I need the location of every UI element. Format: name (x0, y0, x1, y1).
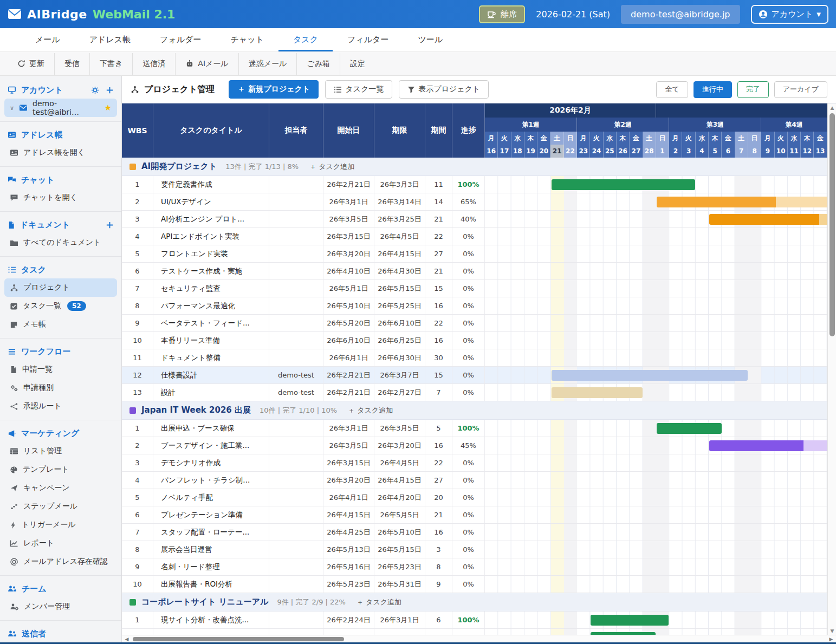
plus-icon[interactable] (106, 86, 114, 94)
toolbar-item-refresh[interactable]: 更新 (8, 52, 54, 75)
gear-icon[interactable] (91, 86, 99, 94)
filter-in-progress[interactable]: 進行中 (694, 81, 732, 98)
show-projects-filter-button[interactable]: 表示プロジェクト (399, 80, 489, 99)
scroll-left-arrow[interactable]: ◀ (123, 635, 131, 643)
toolbar-item-trash[interactable]: ごみ箱 (297, 52, 340, 75)
sidebar-item-campaigns[interactable]: キャンペーン (4, 479, 117, 497)
task-duration: 22 (425, 454, 452, 471)
task-row[interactable]: 7スタッフ配置・ローテー...26年4月25日26年5月10日160% (122, 524, 827, 541)
horizontal-scrollbar[interactable]: ◀ ▶ (122, 635, 836, 642)
tab-tools[interactable]: ツール (403, 28, 457, 51)
task-row[interactable]: 2UI/UXデザイン26年3月1日26年3月14日1465% (122, 193, 827, 211)
gantt-bar-green[interactable] (657, 423, 722, 434)
sidebar-item-request-list[interactable]: 申請一覧 (4, 360, 117, 379)
task-row[interactable]: 10出展報告書・ROI分析26年5月23日26年5月31日90% (122, 576, 827, 593)
sidebar-item-trigger-mail[interactable]: トリガーメール (4, 516, 117, 534)
task-row[interactable]: 2ブースデザイン・施工業...26年3月5日26年3月20日1645% (122, 437, 827, 454)
sidebar-item-task-list[interactable]: タスク一覧52 (4, 297, 117, 315)
sidebar-item-list-management[interactable]: リスト管理 (4, 442, 117, 460)
plus-icon[interactable] (106, 221, 114, 229)
gantt-bar-periwinkle[interactable] (552, 370, 748, 381)
filter-all[interactable]: 全て (656, 81, 688, 98)
task-row[interactable]: 6テストケース作成・実施26年4月10日26年4月30日210% (122, 263, 827, 280)
weekend-column-stripe (748, 228, 761, 245)
horizontal-scrollbar-thumb[interactable] (133, 637, 344, 641)
vertical-scrollbar[interactable]: ▲ ▼ (827, 103, 836, 635)
task-row[interactable]: 3デモシナリオ作成26年3月15日26年4月5日220% (122, 454, 827, 472)
gantt-bar-green[interactable] (591, 615, 669, 626)
sidebar-item-all-documents[interactable]: すべてのドキュメント (4, 233, 117, 252)
task-row[interactable]: 9名刺・リード整理26年5月16日26年5月23日80% (122, 558, 827, 576)
task-row[interactable]: 7セキュリティ監査26年5月1日26年5月15日150% (122, 280, 827, 297)
task-row[interactable]: 13設計demo-test26年2月21日26年2月27日70% (122, 384, 827, 401)
tab-mail[interactable]: メール (21, 28, 75, 51)
task-row[interactable]: 4APIエンドポイント実装26年3月15日26年4月5日220% (122, 228, 827, 245)
toolbar-item-ai-mail[interactable]: AIメール (176, 52, 238, 75)
sidebar-item-notes[interactable]: メモ帳 (4, 315, 117, 334)
star-icon[interactable]: ★ (105, 103, 112, 113)
task-row[interactable]: 5ノベルティ手配26年4月1日26年4月20日200% (122, 489, 827, 506)
task-row[interactable]: 4パンフレット・チラシ制...26年3月20日26年4月15日270% (122, 472, 827, 489)
new-project-button[interactable]: ＋ 新規プロジェクト (229, 80, 319, 99)
sidebar-item-approval-routes[interactable]: 承認ルート (4, 397, 117, 415)
gantt-bar-purple[interactable] (709, 440, 827, 451)
task-row[interactable]: 3AI分析エンジン プロト...26年3月5日26年3月25日2140% (122, 211, 827, 228)
sidebar-item-member-management[interactable]: メンバー管理 (4, 597, 117, 616)
filter-done[interactable]: 完了 (737, 81, 769, 98)
sidebar-item-open-chat[interactable]: チャットを開く (4, 188, 117, 207)
task-row[interactable]: 6プレゼンテーション準備26年4月15日26年5月5日210% (122, 506, 827, 524)
toolbar-item-spam[interactable]: 迷惑メール (239, 52, 297, 75)
sidebar-item-email-verification[interactable]: メールアドレス存在確認 (4, 552, 117, 571)
task-row[interactable]: 1現サイト分析・改善点洗...26年2月24日26年3月1日6100% (122, 612, 827, 629)
task-row[interactable]: 12仕様書設計demo-test26年2月21日26年3月7日150% (122, 367, 827, 384)
task-start-date: 26年2月21日 (323, 367, 374, 383)
task-row[interactable]: 11ドキュメント整備26年6月1日26年6月30日300% (122, 349, 827, 367)
tab-task[interactable]: タスク (278, 28, 333, 51)
chevron-down-icon[interactable]: ∨ (10, 105, 14, 112)
tab-folder[interactable]: フォルダー (145, 28, 216, 51)
task-row[interactable]: 1要件定義書作成26年2月21日26年3月3日11100% (122, 176, 827, 193)
weekend-column-stripe (748, 176, 761, 193)
sidebar-item-templates[interactable]: テンプレート (4, 460, 117, 479)
scroll-down-arrow[interactable]: ▼ (828, 627, 836, 635)
task-row[interactable]: 1出展申込・ブース確保26年3月1日26年3月5日5100% (122, 420, 827, 437)
date-cell-20: 8 (748, 145, 761, 158)
at-icon (10, 558, 18, 566)
task-assignee (269, 280, 323, 297)
gantt-bar-amber[interactable] (709, 214, 827, 225)
task-list-button[interactable]: タスク一覧 (325, 80, 392, 99)
task-row[interactable]: 5フロントエンド実装26年3月20日26年4月15日270% (122, 245, 827, 263)
add-task-button[interactable]: ＋ タスク追加 (348, 406, 393, 415)
toolbar-item-inbox[interactable]: 受信 (55, 52, 89, 75)
away-status-button[interactable]: 離席 (479, 5, 525, 23)
tab-addressbook[interactable]: アドレス帳 (75, 28, 145, 51)
sidebar-item-projects[interactable]: プロジェクト (4, 278, 117, 297)
sidebar-item-open-addressbook[interactable]: アドレス帳を開く (4, 144, 117, 162)
sidebar-item-step-mail[interactable]: ステップメール (4, 497, 117, 516)
filter-archive[interactable]: アーカイブ (774, 81, 827, 98)
gantt-bar-orange[interactable] (657, 197, 827, 207)
gantt-bar-tan[interactable] (552, 387, 643, 398)
task-row[interactable]: 8展示会当日運営26年5月13日26年5月15日30% (122, 541, 827, 558)
task-row[interactable]: 10本番リリース準備26年6月10日26年6月25日160% (122, 332, 827, 349)
sidebar-item-reports[interactable]: レポート (4, 534, 117, 552)
add-task-button[interactable]: ＋ タスク追加 (309, 162, 354, 172)
scroll-up-arrow[interactable]: ▲ (828, 103, 836, 112)
sidebar-item-request-types[interactable]: 申請種別 (4, 379, 117, 397)
account-menu-button[interactable]: アカウント ▼ (751, 5, 828, 24)
date-cell-6: 22 (564, 145, 577, 158)
toolbar-item-drafts[interactable]: 下書き (90, 52, 132, 75)
tab-chat[interactable]: チャット (216, 28, 278, 51)
add-task-button[interactable]: ＋ タスク追加 (357, 597, 401, 607)
scroll-right-arrow[interactable]: ▶ (827, 635, 835, 643)
tab-filter[interactable]: フィルター (333, 28, 403, 51)
task-row[interactable]: 9ベータテスト・フィード...26年5月20日26年6月10日220% (122, 315, 827, 332)
toolbar-item-sent[interactable]: 送信済 (133, 52, 175, 75)
gantt-bar-green[interactable] (552, 179, 695, 190)
task-progress: 0% (452, 263, 485, 279)
today-column-stripe (551, 541, 564, 558)
toolbar-item-settings[interactable]: 設定 (340, 52, 375, 75)
task-row[interactable]: 8パフォーマンス最適化26年5月10日26年5月25日160% (122, 297, 827, 315)
vertical-scrollbar-thumb[interactable] (829, 113, 835, 336)
sidebar-item-account-demo-test[interactable]: ∨demo-test@aibri…★ (4, 99, 117, 117)
